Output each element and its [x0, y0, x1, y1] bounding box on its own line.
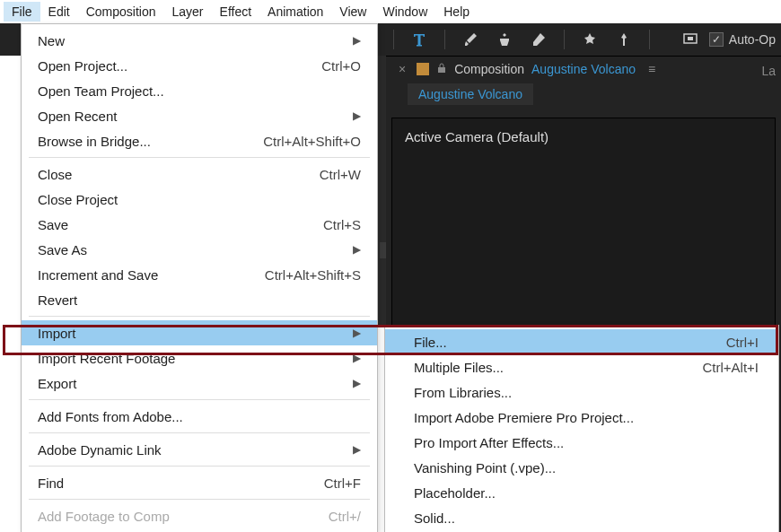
toolbar-separator: [444, 30, 445, 49]
file-menu-item[interactable]: Revert: [22, 287, 377, 312]
file-menu-item[interactable]: Open Project...Ctrl+O: [22, 53, 377, 78]
menu-item-label: Open Team Project...: [38, 83, 164, 99]
menu-item-label: Revert: [38, 292, 77, 308]
menu-item-shortcut: Ctrl+Alt+Shift+S: [265, 267, 361, 283]
file-menu-item[interactable]: Browse in Bridge...Ctrl+Alt+Shift+O: [22, 128, 377, 153]
menu-separator: [29, 316, 370, 317]
menu-item-label: Multiple Files...: [414, 360, 504, 375]
file-menu-item[interactable]: Export▶: [22, 371, 377, 396]
snapping-icon[interactable]: [682, 31, 700, 48]
file-menu-item[interactable]: Save As▶: [22, 237, 377, 262]
lock-icon[interactable]: [436, 62, 447, 76]
submenu-arrow-icon: ▶: [353, 327, 361, 339]
import-submenu-item[interactable]: Vanishing Point (.vpe)...: [385, 455, 778, 480]
file-menu-item[interactable]: CloseCtrl+W: [22, 161, 377, 187]
menu-item-label: Find: [38, 475, 64, 491]
brush-tool-icon[interactable]: [461, 31, 479, 48]
submenu-arrow-icon: ▶: [353, 109, 361, 122]
toolbar-separator: [564, 30, 565, 49]
toolbar-separator: [649, 30, 650, 49]
import-submenu-item[interactable]: Placeholder...: [385, 480, 778, 505]
clone-stamp-icon[interactable]: [496, 31, 513, 48]
menu-item-label: Placeholder...: [414, 485, 496, 501]
menu-item-label: Save: [38, 217, 68, 232]
import-submenu-item[interactable]: Import Adobe Premiere Pro Project...: [385, 405, 778, 430]
menubar-item-edit[interactable]: Edit: [40, 2, 78, 22]
menu-item-label: Import: [38, 326, 76, 341]
menubar-item-window[interactable]: Window: [374, 2, 435, 22]
auto-open-toggle[interactable]: ✓ Auto-Op: [682, 31, 776, 48]
menubar-item-view[interactable]: View: [331, 2, 374, 22]
import-submenu-item[interactable]: File...Ctrl+I: [385, 329, 778, 354]
file-menu-item[interactable]: New▶: [22, 28, 377, 53]
menu-item-label: New: [38, 33, 65, 48]
menubar-item-file[interactable]: File: [4, 2, 40, 22]
type-tool-icon[interactable]: [410, 31, 428, 48]
puppet-pin-icon[interactable]: [615, 31, 633, 48]
menu-separator: [29, 157, 370, 158]
menubar-item-effect[interactable]: Effect: [212, 2, 260, 22]
file-menu-item[interactable]: SaveCtrl+S: [22, 212, 377, 237]
file-menu-dropdown: New▶Open Project...Ctrl+OOpen Team Proje…: [21, 23, 378, 532]
menu-separator: [29, 499, 370, 500]
import-submenu: File...Ctrl+IMultiple Files...Ctrl+Alt+I…: [384, 325, 779, 532]
breadcrumb-item[interactable]: Augustine Volcano: [408, 83, 533, 105]
menu-item-shortcut: Ctrl+Alt+I: [702, 360, 759, 375]
menu-item-label: Pro Import After Effects...: [414, 435, 564, 450]
menu-item-label: Close: [38, 167, 72, 182]
menu-item-shortcut: Ctrl+W: [320, 167, 361, 182]
import-submenu-item[interactable]: Pro Import After Effects...: [385, 430, 778, 455]
menu-item-label: Import Recent Footage: [38, 351, 175, 366]
submenu-arrow-icon: ▶: [353, 377, 361, 389]
svg-rect-1: [688, 37, 693, 40]
menubar: File Edit Composition Layer Effect Anima…: [0, 0, 781, 23]
file-menu-item[interactable]: Add Fonts from Adobe...: [22, 404, 377, 429]
import-submenu-item[interactable]: From Libraries...: [385, 379, 778, 405]
file-menu-item[interactable]: Open Team Project...: [22, 78, 377, 103]
layer-tab[interactable]: La: [761, 64, 776, 78]
menu-item-shortcut: Ctrl+F: [324, 475, 361, 491]
menu-item-shortcut: Ctrl+O: [321, 58, 361, 74]
menubar-item-layer[interactable]: Layer: [164, 2, 212, 22]
panel-tab-label[interactable]: Composition: [454, 62, 524, 76]
menu-item-label: File...: [414, 335, 447, 350]
menu-item-label: Open Project...: [38, 58, 127, 74]
menubar-item-composition[interactable]: Composition: [78, 2, 164, 22]
roto-brush-icon[interactable]: [581, 31, 599, 48]
menu-item-label: Vanishing Point (.vpe)...: [414, 460, 556, 475]
file-menu-item[interactable]: Increment and SaveCtrl+Alt+Shift+S: [22, 262, 377, 287]
menu-item-label: Solid...: [414, 510, 455, 526]
submenu-arrow-icon: ▶: [353, 34, 361, 47]
file-menu-item: Add Footage to CompCtrl+/: [22, 503, 377, 528]
file-menu-item[interactable]: Open Recent▶: [22, 103, 377, 128]
menu-item-label: From Libraries...: [414, 385, 512, 400]
menu-separator: [29, 399, 370, 400]
file-menu-item[interactable]: Import▶: [22, 320, 377, 345]
menu-item-label: Open Recent: [38, 109, 117, 124]
panel-tab-compname[interactable]: Augustine Volcano: [531, 62, 636, 76]
menubar-item-animation[interactable]: Animation: [259, 2, 331, 22]
menu-item-shortcut: Ctrl+I: [726, 335, 759, 350]
file-menu-item[interactable]: Close Project: [22, 187, 377, 212]
file-menu-item[interactable]: Import Recent Footage▶: [22, 345, 377, 371]
checkbox-icon[interactable]: ✓: [709, 32, 724, 47]
import-submenu-item[interactable]: Multiple Files...Ctrl+Alt+I: [385, 354, 778, 379]
eraser-tool-icon[interactable]: [530, 31, 548, 48]
menu-item-shortcut: Ctrl+/: [329, 509, 361, 524]
svg-rect-5: [438, 67, 445, 73]
submenu-arrow-icon: ▶: [353, 352, 361, 364]
menu-item-label: Adobe Dynamic Link: [38, 442, 162, 458]
composition-breadcrumb: Augustine Volcano: [386, 82, 781, 112]
auto-open-label: Auto-Op: [729, 32, 776, 47]
file-menu-item[interactable]: FindCtrl+F: [22, 470, 377, 495]
file-menu-item[interactable]: Adobe Dynamic Link▶: [22, 437, 377, 462]
menu-item-label: Export: [38, 376, 76, 391]
menubar-item-help[interactable]: Help: [435, 2, 478, 22]
menu-item-label: Save As: [38, 242, 87, 257]
close-panel-icon[interactable]: ×: [395, 62, 409, 76]
import-submenu-item[interactable]: Solid...: [385, 505, 778, 530]
submenu-arrow-icon: ▶: [353, 443, 361, 456]
panel-menu-icon[interactable]: ≡: [648, 62, 655, 76]
panel-tab-bar: × Composition Augustine Volcano ≡ La: [386, 57, 781, 82]
menu-separator: [29, 432, 370, 433]
